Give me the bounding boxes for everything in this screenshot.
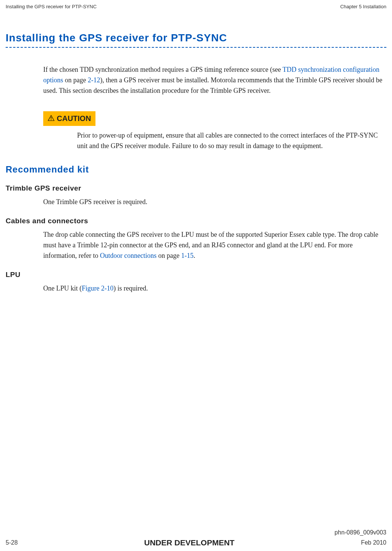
caution-label-text: CAUTION bbox=[57, 114, 91, 123]
svg-point-1 bbox=[51, 119, 51, 120]
intro-block: If the chosen TDD synchronization method… bbox=[43, 65, 384, 151]
footer-status: UNDER DEVELOPMENT bbox=[144, 538, 235, 547]
caution-text: Prior to power-up of equipment, ensure t… bbox=[77, 130, 384, 151]
outdoor-connections-link[interactable]: Outdoor connections bbox=[100, 252, 156, 259]
title-divider bbox=[6, 47, 386, 48]
lpu-text-1: One LPU kit ( bbox=[43, 285, 82, 292]
content-area: Installing the GPS receiver for PTP-SYNC… bbox=[0, 9, 392, 294]
cables-text-2: on page bbox=[156, 252, 181, 259]
header-left: Installing the GPS receiver for PTP-SYNC bbox=[6, 4, 97, 9]
intro-text-1: If the chosen TDD synchronization method… bbox=[43, 66, 283, 73]
footer-date: Feb 2010 bbox=[361, 539, 386, 546]
intro-text-2: on page bbox=[63, 76, 88, 84]
trimble-block: One Trimble GPS receiver is required. bbox=[43, 197, 384, 207]
page-ref-1-15[interactable]: 1-15 bbox=[181, 252, 194, 259]
page-ref-2-12[interactable]: 2-12 bbox=[88, 76, 100, 84]
page-header: Installing the GPS receiver for PTP-SYNC… bbox=[0, 0, 392, 9]
footer-doc-id: phn-0896_009v003 bbox=[6, 529, 386, 536]
trimble-heading: Trimble GPS receiver bbox=[6, 184, 386, 192]
caution-label: CAUTION bbox=[43, 111, 95, 126]
cables-paragraph: The drop cable connecting the GPS receiv… bbox=[43, 230, 384, 261]
lpu-block: One LPU kit (Figure 2-10) is required. bbox=[43, 283, 384, 294]
figure-2-10-link[interactable]: Figure 2-10 bbox=[82, 285, 114, 292]
header-right: Chapter 5 Installation bbox=[340, 4, 386, 9]
trimble-text: One Trimble GPS receiver is required. bbox=[43, 197, 384, 207]
footer-row: 5-28 UNDER DEVELOPMENT Feb 2010 bbox=[6, 538, 386, 547]
intro-paragraph: If the chosen TDD synchronization method… bbox=[43, 65, 384, 96]
cables-text-3: . bbox=[194, 252, 195, 259]
lpu-paragraph: One LPU kit (Figure 2-10) is required. bbox=[43, 283, 384, 294]
cables-text-1: The drop cable connecting the GPS receiv… bbox=[43, 231, 378, 259]
page-title: Installing the GPS receiver for PTP-SYNC bbox=[6, 32, 386, 44]
cables-heading: Cables and connectors bbox=[6, 217, 386, 225]
recommended-kit-heading: Recommended kit bbox=[6, 164, 386, 175]
lpu-heading: LPU bbox=[6, 271, 386, 279]
warning-icon bbox=[48, 113, 54, 124]
cables-block: The drop cable connecting the GPS receiv… bbox=[43, 230, 384, 261]
footer-page-num: 5-28 bbox=[6, 539, 18, 546]
lpu-text-2: ) is required. bbox=[114, 285, 148, 292]
page-footer: phn-0896_009v003 5-28 UNDER DEVELOPMENT … bbox=[6, 529, 386, 547]
